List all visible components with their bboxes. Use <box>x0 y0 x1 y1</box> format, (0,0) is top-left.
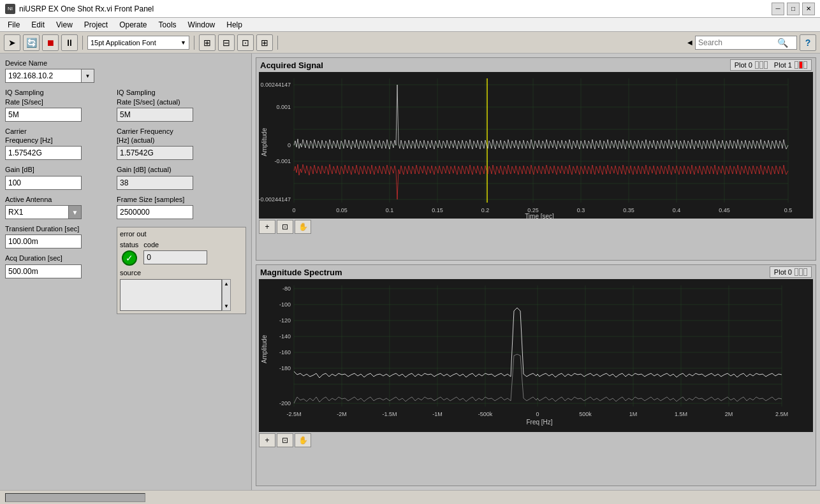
svg-text:-100: -100 <box>279 301 291 308</box>
source-label: source <box>120 268 243 277</box>
device-name-field-group: ▼ <box>5 69 246 83</box>
mag-plot0-item: Plot 0 <box>774 268 807 276</box>
search-input[interactable] <box>698 38 775 47</box>
svg-text:0: 0 <box>288 142 291 148</box>
mag-zoom-fit-button[interactable]: ⊡ <box>277 433 293 447</box>
menu-view[interactable]: View <box>51 19 78 31</box>
acquired-signal-toolbar: + ⊡ ✋ <box>256 219 816 235</box>
carrier-freq-actual-group: Carrier Frequency[Hz] (actual) <box>117 127 246 161</box>
distribute-button[interactable]: ⊟ <box>218 34 235 51</box>
scroll-up-arrow[interactable]: ▲ <box>223 280 230 288</box>
gain-actual-col: Gain [dB] (actual) <box>117 165 246 194</box>
zoom-in-button[interactable]: + <box>259 220 275 234</box>
toolbar-separator-3 <box>277 36 278 50</box>
carrier-freq-col: CarrierFrequency [Hz] <box>5 127 104 166</box>
transient-duration-input[interactable] <box>5 234 82 248</box>
code-label: code <box>143 240 207 249</box>
error-row: status ✓ code <box>120 240 243 266</box>
svg-text:0.5: 0.5 <box>784 207 793 213</box>
iq-rate-input[interactable] <box>5 108 82 122</box>
device-name-input[interactable] <box>5 69 82 83</box>
device-name-label: Device Name <box>5 59 246 68</box>
active-antenna-group: Active Antenna ▼ <box>5 195 104 219</box>
menu-file[interactable]: File <box>3 19 25 31</box>
active-antenna-input[interactable] <box>5 205 69 219</box>
device-name-dropdown[interactable]: ▼ <box>82 69 94 83</box>
magnitude-spectrum-svg: -80 -100 -120 -140 -160 -180 -200 Amplit… <box>259 279 794 432</box>
run-arrow-button[interactable]: ➤ <box>4 34 20 51</box>
status-label: status <box>120 240 138 249</box>
magnitude-spectrum-title: Magnitude Spectrum <box>260 268 765 277</box>
menu-help[interactable]: Help <box>221 19 247 31</box>
error-code-group: code <box>143 240 207 264</box>
frame-size-input[interactable] <box>117 205 193 219</box>
gain-row: Gain [dB] Gain [dB] (actual) <box>5 165 246 194</box>
svg-text:Time [sec]: Time [sec] <box>525 213 554 219</box>
mag-pan-button[interactable]: ✋ <box>295 433 311 447</box>
svg-text:-200: -200 <box>279 400 291 407</box>
minimize-button[interactable]: ─ <box>772 3 784 15</box>
source-scrollbar[interactable]: ▲ ▼ <box>222 279 231 311</box>
error-out-section: error out status ✓ code source <box>117 227 246 314</box>
svg-text:-0.001: -0.001 <box>274 158 291 164</box>
run-continuously-button[interactable]: 🔄 <box>23 34 40 51</box>
carrier-freq-label: CarrierFrequency [Hz] <box>5 127 104 145</box>
font-selector[interactable]: 15pt Application Font ▼ <box>87 36 189 50</box>
svg-text:-1M: -1M <box>432 411 443 417</box>
svg-text:1.5M: 1.5M <box>675 411 687 417</box>
svg-text:500k: 500k <box>579 411 592 417</box>
magnitude-spectrum-container: Magnitude Spectrum Plot 0 <box>256 264 816 486</box>
search-box[interactable]: 🔍 <box>695 36 797 50</box>
font-label: 15pt Application Font <box>91 39 156 47</box>
svg-text:0.001: 0.001 <box>276 104 291 110</box>
plot0-label: Plot 0 <box>735 61 752 69</box>
close-button[interactable]: ✕ <box>802 3 815 15</box>
active-antenna-select: ▼ <box>5 205 104 219</box>
carrier-freq-actual-input[interactable] <box>117 146 193 160</box>
svg-text:Amplitude: Amplitude <box>261 127 268 156</box>
magnitude-spectrum-chart: -80 -100 -120 -140 -160 -180 -200 Amplit… <box>259 279 813 432</box>
menu-operate[interactable]: Operate <box>114 19 152 31</box>
svg-text:0.15: 0.15 <box>432 207 443 213</box>
carrier-freq-input[interactable] <box>5 146 82 160</box>
acq-duration-input[interactable] <box>5 264 82 278</box>
left-panel: Device Name ▼ IQ SamplingRate [S/sec] IQ… <box>0 54 252 490</box>
resize-button[interactable]: ⊡ <box>237 34 254 51</box>
menu-edit[interactable]: Edit <box>26 19 50 31</box>
pause-button[interactable]: ⏸ <box>61 34 78 51</box>
menu-window[interactable]: Window <box>183 19 221 31</box>
maximize-button[interactable]: □ <box>787 3 800 15</box>
gain-input[interactable] <box>5 176 82 190</box>
toolbar-separator-2 <box>194 36 194 50</box>
code-input[interactable] <box>143 250 207 264</box>
svg-text:-80: -80 <box>282 285 291 292</box>
svg-text:Amplitude: Amplitude <box>261 335 268 363</box>
source-area: ▲ ▼ <box>120 279 243 311</box>
reorder-button[interactable]: ⊞ <box>256 34 273 51</box>
abort-button[interactable]: ⏹ <box>42 34 59 51</box>
scroll-down-arrow[interactable]: ▼ <box>223 302 230 310</box>
active-antenna-dropdown[interactable]: ▼ <box>69 205 82 219</box>
scrollbar-bottom[interactable] <box>5 493 145 502</box>
acq-duration-label: Acq Duration [sec] <box>5 254 104 263</box>
magnitude-spectrum-toolbar: + ⊡ ✋ <box>256 432 816 449</box>
menu-project[interactable]: Project <box>79 19 113 31</box>
svg-text:0.2: 0.2 <box>481 207 490 213</box>
mag-plot0-label: Plot 0 <box>774 268 792 276</box>
help-button[interactable]: ? <box>800 34 816 51</box>
svg-text:0.3: 0.3 <box>577 207 585 213</box>
plot0-item: Plot 0 <box>735 61 768 69</box>
svg-text:0: 0 <box>292 207 295 213</box>
iq-rate-actual-input[interactable] <box>117 108 193 122</box>
menu-bar: File Edit View Project Operate Tools Win… <box>0 18 820 32</box>
transient-col: Transient Duration [sec] Acq Duration [s… <box>5 224 104 284</box>
menu-tools[interactable]: Tools <box>154 19 182 31</box>
source-textarea[interactable] <box>120 279 222 311</box>
antenna-frame-row: Active Antenna ▼ Frame Size [samples] <box>5 195 246 224</box>
align-button[interactable]: ⊞ <box>199 34 216 51</box>
mag-zoom-in-button[interactable]: + <box>259 433 275 447</box>
zoom-fit-button[interactable]: ⊡ <box>277 220 293 234</box>
search-icon[interactable]: 🔍 <box>777 38 788 48</box>
gain-actual-input[interactable] <box>117 176 193 190</box>
pan-button[interactable]: ✋ <box>295 220 311 234</box>
